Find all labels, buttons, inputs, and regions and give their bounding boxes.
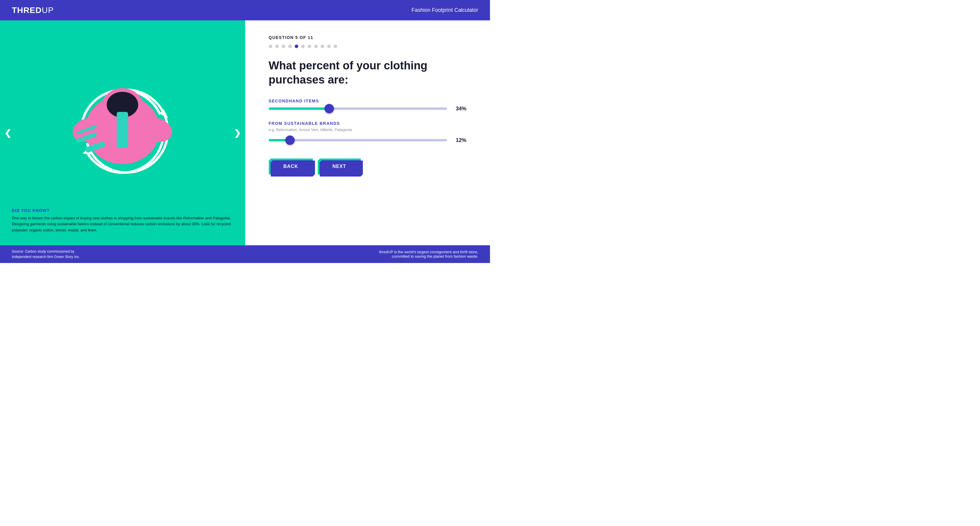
- secondhand-slider-container[interactable]: [269, 105, 447, 112]
- next-arrow-button[interactable]: ❯: [234, 128, 241, 138]
- footer: Source: Carbon study commissioned byInde…: [0, 245, 490, 263]
- header: THREDUP Fashion Footprint Calculator: [0, 0, 490, 21]
- dot-1: [269, 45, 272, 48]
- jacket-illustration: [72, 72, 173, 180]
- footer-right-text: thredUP is the world's largest consignme…: [379, 250, 478, 258]
- sustainable-slider-section: FROM SUSTAINABLE BRANDS e.g. Reformation…: [269, 121, 467, 144]
- next-button[interactable]: NEXT: [318, 158, 361, 174]
- did-you-know-section: DID YOU KNOW? One way to lessen the carb…: [12, 208, 233, 233]
- progress-dots: [269, 45, 467, 48]
- back-button-wrapper: BACK: [269, 158, 313, 174]
- logo: THREDUP: [12, 6, 54, 15]
- sustainable-track-bg: [269, 139, 447, 141]
- footer-left-text: Source: Carbon study commissioned byInde…: [12, 249, 80, 260]
- left-panel: ❮: [0, 21, 245, 245]
- dot-2: [275, 45, 279, 48]
- secondhand-slider-section: SECONDHAND ITEMS 34%: [269, 99, 467, 112]
- secondhand-value: 34%: [452, 106, 466, 112]
- prev-arrow-button[interactable]: ❮: [5, 128, 11, 138]
- main-content: ❮: [0, 21, 490, 245]
- dot-9: [321, 45, 324, 48]
- dot-5: [295, 45, 298, 48]
- dot-4: [288, 45, 292, 48]
- back-button[interactable]: BACK: [269, 158, 313, 174]
- header-title: Fashion Footprint Calculator: [412, 7, 478, 13]
- sustainable-label: FROM SUSTAINABLE BRANDS: [269, 121, 467, 126]
- secondhand-track-fill: [269, 107, 329, 110]
- dot-7: [308, 45, 311, 48]
- dot-8: [314, 45, 318, 48]
- dot-3: [282, 45, 285, 48]
- sustainable-slider-row: 12%: [269, 137, 467, 144]
- sustainable-slider-container[interactable]: [269, 137, 447, 144]
- question-label: QUESTION 5 OF 11: [269, 35, 467, 40]
- dot-11: [334, 45, 337, 48]
- did-you-know-title: DID YOU KNOW?: [12, 208, 233, 213]
- did-you-know-text: One way to lessen the carbon impact of b…: [12, 215, 233, 233]
- button-row: BACK NEXT: [269, 158, 467, 174]
- secondhand-label: SECONDHAND ITEMS: [269, 99, 467, 103]
- dot-6: [301, 45, 305, 48]
- question-text: What percent of your clothing purchases …: [269, 59, 467, 87]
- sustainable-thumb[interactable]: [285, 135, 295, 145]
- right-panel: QUESTION 5 OF 11 What percent of your cl…: [245, 21, 490, 245]
- next-button-wrapper: NEXT: [318, 158, 361, 174]
- secondhand-thumb[interactable]: [325, 104, 334, 113]
- circle-illustration: [72, 81, 173, 182]
- sustainable-sublabel: e.g. Reformation, Amour Vert, Allbirds, …: [269, 128, 467, 132]
- secondhand-slider-row: 34%: [269, 105, 467, 112]
- dot-10: [327, 45, 331, 48]
- svg-rect-10: [117, 112, 128, 148]
- sustainable-value: 12%: [452, 137, 466, 143]
